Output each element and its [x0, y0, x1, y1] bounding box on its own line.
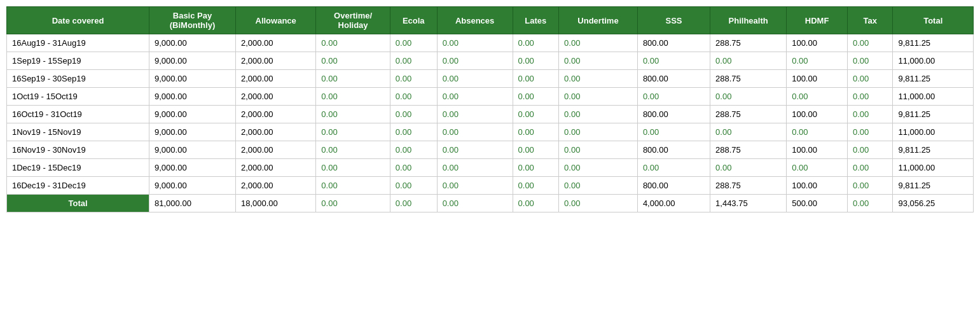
cell-1-8: 0.00	[637, 52, 710, 70]
cell-6-1: 9,000.00	[149, 141, 236, 159]
cell-4-11: 0.00	[848, 106, 893, 123]
cell-0-8: 800.00	[637, 34, 710, 52]
cell-0-3: 0.00	[316, 34, 390, 52]
cell-6-12: 9,811.25	[893, 141, 974, 159]
cell-5-0: 1Nov19 - 15Nov19	[7, 123, 149, 141]
total-label: Total	[7, 195, 149, 212]
cell-0-9: 288.75	[710, 34, 787, 52]
column-header-0: Date covered	[7, 7, 149, 34]
cell-6-3: 0.00	[316, 141, 390, 159]
table-row: 16Dec19 - 31Dec199,000.002,000.000.000.0…	[7, 177, 974, 195]
cell-3-12: 11,000.00	[893, 88, 974, 106]
cell-4-10: 100.00	[787, 106, 848, 123]
column-header-1: Basic Pay(BiMonthly)	[149, 7, 236, 34]
cell-1-7: 0.00	[559, 52, 638, 70]
column-header-2: Allowance	[235, 7, 315, 34]
table-row: 16Oct19 - 31Oct199,000.002,000.000.000.0…	[7, 106, 974, 123]
cell-2-3: 0.00	[316, 70, 390, 88]
cell-4-6: 0.00	[513, 106, 559, 123]
cell-4-4: 0.00	[390, 106, 437, 123]
cell-5-2: 2,000.00	[235, 123, 315, 141]
cell-2-2: 2,000.00	[235, 70, 315, 88]
total-cell-9: 500.00	[787, 195, 848, 212]
cell-7-4: 0.00	[390, 159, 437, 177]
cell-6-10: 100.00	[787, 141, 848, 159]
total-row: Total81,000.0018,000.000.000.000.000.000…	[7, 195, 974, 212]
cell-3-10: 0.00	[787, 88, 848, 106]
cell-7-10: 0.00	[787, 159, 848, 177]
cell-0-6: 0.00	[513, 34, 559, 52]
cell-2-7: 0.00	[559, 70, 638, 88]
total-cell-1: 18,000.00	[235, 195, 315, 212]
cell-8-0: 16Dec19 - 31Dec19	[7, 177, 149, 195]
cell-8-7: 0.00	[559, 177, 638, 195]
cell-2-11: 0.00	[848, 70, 893, 88]
cell-0-5: 0.00	[437, 34, 513, 52]
cell-2-10: 100.00	[787, 70, 848, 88]
cell-7-12: 11,000.00	[893, 159, 974, 177]
cell-0-10: 100.00	[787, 34, 848, 52]
column-header-9: Philhealth	[710, 7, 787, 34]
cell-3-5: 0.00	[437, 88, 513, 106]
column-header-11: Tax	[848, 7, 893, 34]
cell-1-4: 0.00	[390, 52, 437, 70]
cell-2-12: 9,811.25	[893, 70, 974, 88]
cell-0-0: 16Aug19 - 31Aug19	[7, 34, 149, 52]
cell-7-2: 2,000.00	[235, 159, 315, 177]
cell-4-12: 9,811.25	[893, 106, 974, 123]
table-row: 16Aug19 - 31Aug199,000.002,000.000.000.0…	[7, 34, 974, 52]
cell-0-2: 2,000.00	[235, 34, 315, 52]
cell-4-8: 800.00	[637, 106, 710, 123]
cell-7-0: 1Dec19 - 15Dec19	[7, 159, 149, 177]
cell-8-1: 9,000.00	[149, 177, 236, 195]
total-cell-11: 93,056.25	[893, 195, 974, 212]
table-row: 1Dec19 - 15Dec199,000.002,000.000.000.00…	[7, 159, 974, 177]
cell-5-11: 0.00	[848, 123, 893, 141]
cell-5-9: 0.00	[710, 123, 787, 141]
cell-2-6: 0.00	[513, 70, 559, 88]
cell-3-7: 0.00	[559, 88, 638, 106]
cell-1-12: 11,000.00	[893, 52, 974, 70]
column-header-5: Absences	[437, 7, 513, 34]
cell-2-4: 0.00	[390, 70, 437, 88]
cell-6-6: 0.00	[513, 141, 559, 159]
cell-5-5: 0.00	[437, 123, 513, 141]
cell-5-7: 0.00	[559, 123, 638, 141]
cell-4-1: 9,000.00	[149, 106, 236, 123]
total-cell-0: 81,000.00	[149, 195, 236, 212]
cell-5-3: 0.00	[316, 123, 390, 141]
cell-7-1: 9,000.00	[149, 159, 236, 177]
column-header-4: Ecola	[390, 7, 437, 34]
cell-7-11: 0.00	[848, 159, 893, 177]
column-header-10: HDMF	[787, 7, 848, 34]
column-header-8: SSS	[637, 7, 710, 34]
cell-8-8: 800.00	[637, 177, 710, 195]
cell-1-10: 0.00	[787, 52, 848, 70]
cell-3-4: 0.00	[390, 88, 437, 106]
cell-6-11: 0.00	[848, 141, 893, 159]
cell-0-12: 9,811.25	[893, 34, 974, 52]
cell-1-5: 0.00	[437, 52, 513, 70]
cell-6-0: 16Nov19 - 30Nov19	[7, 141, 149, 159]
total-cell-4: 0.00	[437, 195, 513, 212]
cell-8-2: 2,000.00	[235, 177, 315, 195]
cell-2-9: 288.75	[710, 70, 787, 88]
payroll-table: Date coveredBasic Pay(BiMonthly)Allowanc…	[6, 6, 974, 212]
cell-8-9: 288.75	[710, 177, 787, 195]
cell-2-0: 16Sep19 - 30Sep19	[7, 70, 149, 88]
total-cell-10: 0.00	[848, 195, 893, 212]
table-row: 1Nov19 - 15Nov199,000.002,000.000.000.00…	[7, 123, 974, 141]
total-cell-3: 0.00	[390, 195, 437, 212]
cell-1-1: 9,000.00	[149, 52, 236, 70]
cell-3-3: 0.00	[316, 88, 390, 106]
cell-1-9: 0.00	[710, 52, 787, 70]
table-row: 16Nov19 - 30Nov199,000.002,000.000.000.0…	[7, 141, 974, 159]
column-header-3: Overtime/Holiday	[316, 7, 390, 34]
cell-4-2: 2,000.00	[235, 106, 315, 123]
table-row: 1Sep19 - 15Sep199,000.002,000.000.000.00…	[7, 52, 974, 70]
cell-6-5: 0.00	[437, 141, 513, 159]
table-row: 1Oct19 - 15Oct199,000.002,000.000.000.00…	[7, 88, 974, 106]
cell-3-9: 0.00	[710, 88, 787, 106]
cell-3-0: 1Oct19 - 15Oct19	[7, 88, 149, 106]
cell-3-6: 0.00	[513, 88, 559, 106]
